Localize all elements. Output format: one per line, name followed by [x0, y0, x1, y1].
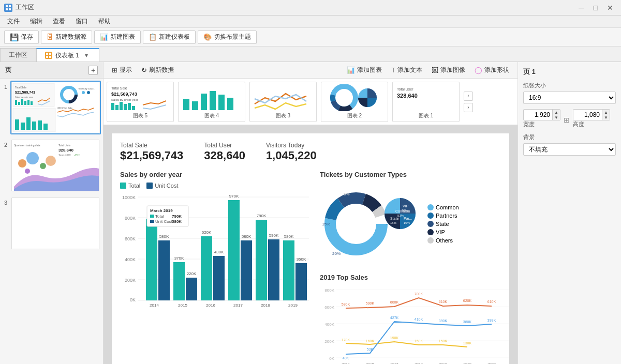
- center-area: ⊞ 显示 ↻ 刷新数据 📊 添加图表 T 添加文本 🖼 添加图像 ◯: [103, 62, 518, 364]
- svg-rect-46: [120, 102, 123, 110]
- chart-thumb-4[interactable]: 图表 4: [178, 82, 245, 122]
- chart-2-visual: [323, 84, 386, 111]
- svg-text:Total Sale: Total Sale: [111, 86, 127, 90]
- chart-thumb-2[interactable]: 图表 2: [321, 82, 388, 122]
- height-input[interactable]: [573, 110, 602, 120]
- page-item-3[interactable]: 3: [10, 196, 101, 250]
- svg-text:800K: 800K: [125, 216, 136, 221]
- svg-text:2017: 2017: [233, 303, 243, 308]
- window-controls: ─ □ ✕: [574, 3, 617, 13]
- add-text-icon: T: [391, 66, 395, 74]
- svg-rect-27: [26, 117, 31, 130]
- svg-text:790K: 790K: [172, 214, 182, 219]
- legend-unit-cost: Unit Cost: [146, 183, 178, 189]
- menu-file[interactable]: 文件: [2, 16, 25, 27]
- width-up-button[interactable]: ▲: [553, 110, 560, 115]
- page-item-2[interactable]: 2 Sportmen training data Total Units 328…: [10, 139, 101, 192]
- add-chart-button[interactable]: 📊 添加图表: [343, 64, 386, 76]
- others-color: [427, 237, 434, 244]
- svg-text:580K: 580K: [159, 234, 169, 239]
- svg-rect-107: [150, 215, 154, 218]
- svg-text:53%: 53%: [397, 214, 404, 217]
- new-chart-button[interactable]: 📊 新建图表: [94, 31, 141, 44]
- workspace-tab-label: 工作区: [9, 51, 27, 59]
- chart-gallery: Total Sale $21,569,743 Sales by order ye…: [103, 79, 518, 125]
- height-spinner: ▲ ▼: [602, 110, 610, 120]
- left-panel: 页 + 1 Total Sale $21,569,743 Sales by or…: [0, 62, 103, 364]
- height-down-button[interactable]: ▼: [602, 115, 610, 120]
- paper-size-select[interactable]: 16:9: [523, 92, 616, 104]
- tab-dashboard[interactable]: 仪表板 1 ▾: [36, 48, 99, 62]
- add-shape-button[interactable]: ◯ 添加形状: [470, 64, 513, 76]
- bar-chart-container: 1000K 800K 600K 400K 200K 0K: [120, 193, 312, 308]
- bg-select[interactable]: 不填充: [523, 143, 616, 156]
- tab-dropdown-icon[interactable]: ▾: [82, 51, 91, 59]
- menu-help[interactable]: 帮助: [93, 16, 116, 27]
- svg-text:0K: 0K: [329, 356, 334, 361]
- svg-rect-14: [21, 99, 23, 105]
- dimension-separator: ⊞: [564, 114, 570, 124]
- page-item-1[interactable]: 1 Total Sale $21,569,743 Sales by order …: [10, 81, 101, 134]
- legend-unit-cost-color: [146, 183, 153, 189]
- add-image-button[interactable]: 🖼 添加图像: [427, 64, 469, 76]
- menu-view[interactable]: 查看: [48, 16, 70, 27]
- chart-thumb-3[interactable]: 图表 3: [249, 82, 317, 122]
- total-sale-label: Total Sale: [120, 142, 183, 149]
- add-page-button[interactable]: +: [88, 66, 98, 75]
- menu-edit[interactable]: 编辑: [25, 16, 48, 27]
- tab-workspace[interactable]: 工作区: [0, 48, 36, 62]
- svg-text:220K: 220K: [187, 271, 197, 276]
- legend-total-color: [120, 183, 126, 189]
- svg-rect-76: [158, 240, 170, 300]
- top-sales-svg: 800K 600K 400K 200K 0K: [320, 285, 511, 364]
- switch-theme-button[interactable]: 🎨 切换布景主题: [198, 31, 257, 44]
- total-user-stat: Total User 328,640: [204, 142, 245, 162]
- theme-icon: 🎨: [203, 33, 212, 41]
- height-label: 高度: [573, 120, 610, 128]
- chart-thumb-1[interactable]: Total User 328,640 图表 1: [392, 82, 460, 122]
- svg-text:Tickets by Custo...: Tickets by Custo...: [78, 87, 95, 90]
- svg-text:$21,569,743: $21,569,743: [15, 90, 35, 95]
- common-label: Common: [436, 204, 459, 210]
- total-user-label: Total User: [204, 142, 245, 149]
- svg-text:15%: 15%: [390, 221, 397, 224]
- datasource-icon: 🗄: [47, 33, 53, 41]
- width-spinner: ▲ ▼: [552, 110, 560, 120]
- minimize-button[interactable]: ─: [574, 3, 588, 13]
- svg-point-21: [82, 91, 85, 94]
- width-down-button[interactable]: ▼: [553, 115, 560, 120]
- svg-rect-75: [146, 219, 157, 300]
- pie-chart-container: ← 60% 20% 15% 5%: [320, 183, 511, 265]
- display-button[interactable]: ⊞ 显示: [108, 64, 136, 76]
- svg-text:Target: 3,000: Target: 3,000: [58, 154, 71, 156]
- chart-5-label: 图表 5: [133, 112, 147, 119]
- height-up-button[interactable]: ▲: [602, 110, 610, 115]
- svg-text:430K: 430K: [214, 250, 224, 254]
- pie-chart-svg: ← 60% 20% 15% 5%: [320, 183, 423, 265]
- svg-text:10%: 10%: [404, 221, 410, 224]
- new-datasource-button[interactable]: 🗄 新建数据源: [41, 31, 92, 44]
- state-color: [427, 221, 434, 227]
- gallery-prev-button[interactable]: ‹: [464, 92, 473, 101]
- save-button[interactable]: 💾 保存: [4, 31, 39, 44]
- add-image-label: 添加图像: [440, 66, 465, 74]
- svg-text:700K: 700K: [415, 292, 423, 296]
- svg-text:5%: 5%: [344, 192, 350, 196]
- refresh-button[interactable]: ↻ 刷新数据: [137, 64, 178, 76]
- chart-thumb-5[interactable]: Total Sale $21,569,743 Sales by order ye…: [107, 82, 174, 122]
- gallery-next-button[interactable]: ›: [464, 103, 473, 112]
- svg-point-118: [336, 204, 376, 244]
- svg-rect-0: [6, 5, 8, 7]
- paper-size-label: 纸张大小: [523, 82, 616, 89]
- dashboard-icon: 📋: [149, 33, 157, 41]
- add-text-button[interactable]: T 添加文本: [387, 64, 426, 76]
- maximize-button[interactable]: □: [589, 3, 602, 13]
- svg-rect-50: [183, 99, 189, 110]
- svg-text:600K: 600K: [390, 300, 399, 304]
- width-input[interactable]: [524, 110, 552, 120]
- add-image-icon: 🖼: [432, 66, 438, 74]
- new-dashboard-button[interactable]: 📋 新建仪表板: [143, 31, 196, 44]
- close-button[interactable]: ✕: [603, 3, 617, 13]
- menu-window[interactable]: 窗口: [70, 16, 93, 27]
- svg-text:328,640: 328,640: [397, 93, 418, 99]
